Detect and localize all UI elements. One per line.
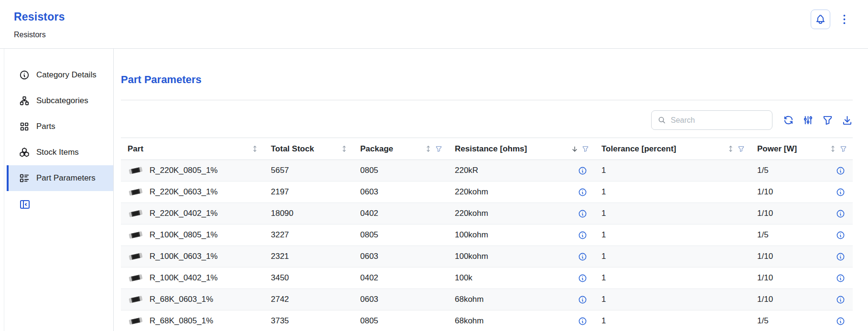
dots-vertical-icon: [838, 13, 851, 26]
part-parameters-table: PartTotal StockPackageResistance [ohms]T…: [121, 138, 853, 331]
table-row[interactable]: R_100K_0402_1%34500402100k11/10: [121, 267, 853, 289]
sort-icon[interactable]: [829, 145, 836, 152]
part-thumbnail: [128, 187, 144, 197]
info-icon[interactable]: [578, 209, 587, 218]
total-stock-cell: 3227: [264, 224, 354, 246]
resistance-cell: 100k: [448, 267, 595, 289]
search-icon: [657, 116, 666, 125]
column-header-package[interactable]: Package: [354, 138, 448, 160]
sidebar-item-parts[interactable]: Parts: [7, 114, 113, 139]
overflow-menu-button[interactable]: [838, 13, 851, 26]
table-row[interactable]: R_68K_0603_1%2742060368kohm11/10: [121, 289, 853, 310]
column-header-part[interactable]: Part: [121, 138, 264, 160]
info-icon[interactable]: [578, 166, 587, 175]
info-icon[interactable]: [836, 188, 845, 197]
column-header-total-stock[interactable]: Total Stock: [264, 138, 354, 160]
table-settings-button[interactable]: [803, 115, 814, 126]
filter-funnel-icon: [822, 115, 833, 126]
search-box: [651, 110, 772, 130]
collapse-sidebar-icon: [19, 199, 31, 210]
panel-divider: [121, 100, 853, 100]
download-button[interactable]: [842, 115, 853, 126]
tolerance-cell: 1: [595, 203, 750, 224]
column-label: Package: [360, 144, 393, 154]
info-icon[interactable]: [578, 295, 587, 304]
notifications-button[interactable]: [811, 10, 830, 29]
info-icon[interactable]: [578, 188, 587, 197]
info-icon[interactable]: [836, 231, 845, 240]
power-cell: 1/10: [750, 289, 853, 310]
sidebar-nav: Category DetailsSubcategoriesPartsStock …: [0, 62, 113, 191]
info-icon[interactable]: [836, 317, 845, 326]
power-cell: 1/5: [750, 160, 853, 182]
sidebar-item-label: Subcategories: [36, 96, 88, 106]
table-row[interactable]: R_68K_0805_1%3735080568kohm11/5: [121, 310, 853, 331]
sidebar-item-subcategories[interactable]: Subcategories: [7, 88, 113, 114]
info-icon[interactable]: [836, 252, 845, 261]
power-cell: 1/10: [750, 182, 853, 203]
column-filter-icon[interactable]: [582, 145, 589, 152]
tolerance-cell: 1: [595, 246, 750, 267]
tolerance-cell: 1: [595, 160, 750, 182]
column-header-power-w[interactable]: Power [W]: [750, 138, 853, 160]
grid-icon: [19, 121, 30, 132]
info-icon[interactable]: [578, 274, 587, 283]
refresh-button[interactable]: [783, 115, 794, 126]
breadcrumb[interactable]: Resistors: [14, 31, 46, 39]
list-details-icon: [19, 173, 30, 183]
resistance-cell: 220kohm: [448, 203, 595, 224]
sidebar-item-label: Part Parameters: [36, 173, 96, 183]
package-cell: 0603: [354, 182, 448, 203]
part-thumbnail: [128, 251, 144, 262]
resistance-cell: 220kohm: [448, 182, 595, 203]
package-cell: 0603: [354, 246, 448, 267]
column-header-resistance-ohms[interactable]: Resistance [ohms]: [448, 138, 595, 160]
search-input[interactable]: [671, 116, 766, 125]
sidebar-collapse-button[interactable]: [19, 199, 31, 210]
sort-icon[interactable]: [727, 145, 734, 152]
info-icon[interactable]: [836, 295, 845, 304]
resistance-cell: 68kohm: [448, 289, 595, 310]
sort-icon[interactable]: [341, 145, 348, 152]
column-filter-icon[interactable]: [435, 145, 442, 152]
sidebar-item-label: Stock Items: [36, 148, 79, 157]
resistance-cell: 220kR: [448, 160, 595, 182]
sort-descending-icon[interactable]: [571, 145, 579, 153]
column-label: Part: [128, 144, 143, 154]
column-label: Power [W]: [757, 144, 797, 154]
main-panel: Part Parameters PartTotal StockPackageR: [114, 49, 868, 331]
sidebar-item-part-parameters[interactable]: Part Parameters: [7, 165, 113, 191]
part-name: R_68K_0805_1%: [150, 316, 213, 326]
tolerance-cell: 1: [595, 182, 750, 203]
resistance-cell: 100kohm: [448, 224, 595, 246]
part-name: R_68K_0603_1%: [150, 295, 213, 304]
table-row[interactable]: R_220K_0603_1%21970603220kohm11/10: [121, 182, 853, 203]
table-row[interactable]: R_100K_0603_1%23210603100kohm11/10: [121, 246, 853, 267]
column-filter-icon[interactable]: [738, 145, 745, 152]
column-label: Resistance [ohms]: [455, 144, 527, 154]
part-name: R_100K_0402_1%: [150, 273, 218, 283]
sidebar-item-stock-items[interactable]: Stock Items: [7, 139, 113, 165]
header-actions: [811, 10, 851, 29]
part-thumbnail: [128, 273, 144, 283]
sort-icon[interactable]: [251, 145, 258, 152]
info-icon[interactable]: [578, 252, 587, 261]
filter-button[interactable]: [822, 115, 833, 126]
info-icon[interactable]: [836, 166, 845, 175]
sitemap-icon: [19, 96, 30, 106]
info-icon[interactable]: [836, 274, 845, 283]
bell-icon: [815, 14, 826, 25]
info-icon[interactable]: [836, 209, 845, 218]
column-filter-icon[interactable]: [840, 145, 847, 152]
info-icon[interactable]: [578, 317, 587, 326]
table-header-row: PartTotal StockPackageResistance [ohms]T…: [121, 138, 853, 160]
table-row[interactable]: R_220K_0402_1%180900402220kohm11/10: [121, 203, 853, 224]
table-row[interactable]: R_220K_0805_1%56570805220kR11/5: [121, 160, 853, 182]
table-row[interactable]: R_100K_0805_1%32270805100kohm11/5: [121, 224, 853, 246]
info-icon[interactable]: [578, 231, 587, 240]
sidebar-item-category-details[interactable]: Category Details: [7, 62, 113, 88]
column-header-tolerance-percent[interactable]: Tolerance [percent]: [595, 138, 750, 160]
part-thumbnail: [128, 165, 144, 176]
total-stock-cell: 2742: [264, 289, 354, 310]
sort-icon[interactable]: [425, 145, 432, 152]
